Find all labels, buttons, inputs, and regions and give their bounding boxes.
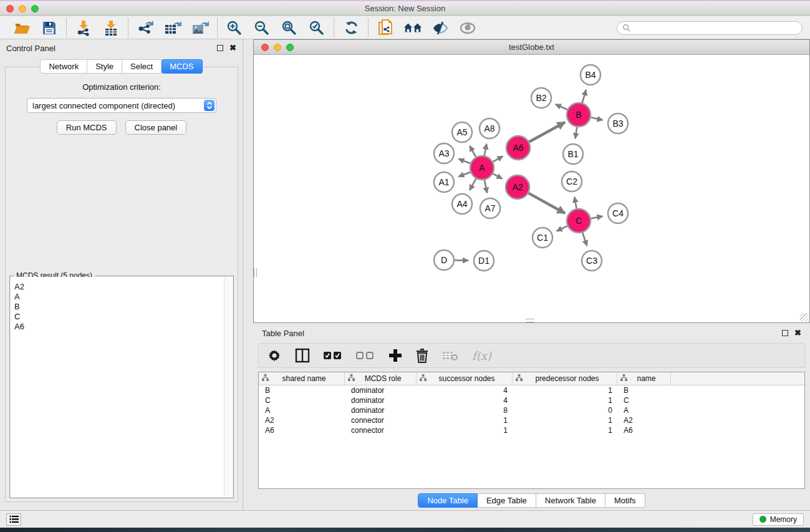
node-label: B2 — [536, 93, 546, 103]
mcds-result-list[interactable]: A2ABCA6 — [11, 277, 224, 497]
vertical-divider-grip[interactable] — [254, 268, 257, 277]
cell-successor_nodes: 4 — [417, 396, 513, 405]
edge-B-B4[interactable] — [582, 90, 586, 103]
tab-style[interactable]: Style — [87, 59, 122, 74]
column-edit-icon — [348, 374, 355, 383]
node-label: A8 — [484, 123, 494, 133]
table-row[interactable]: Cdominator41C — [259, 395, 804, 405]
table-row[interactable]: A2connector11A2 — [259, 415, 804, 425]
node-table[interactable]: shared nameMCDS rolesuccessor nodesprede… — [258, 372, 805, 489]
resize-grip-icon[interactable] — [800, 313, 809, 322]
task-history-button[interactable] — [6, 513, 21, 526]
search-field[interactable] — [617, 21, 803, 35]
home-icon[interactable] — [403, 19, 422, 37]
result-item[interactable]: A6 — [14, 322, 224, 332]
tab-motifs[interactable]: Motifs — [605, 493, 645, 508]
close-panel-button[interactable]: Close panel — [125, 120, 187, 135]
zoom-out-icon[interactable] — [253, 19, 271, 37]
delete-table-icon[interactable] — [442, 346, 458, 365]
close-table-panel-icon[interactable]: ✖ — [794, 330, 801, 336]
save-session-icon[interactable] — [40, 19, 59, 37]
cell-name: A6 — [617, 426, 671, 435]
column-header[interactable]: successor nodes — [417, 372, 513, 385]
function-builder-icon[interactable]: f(x) — [472, 346, 491, 365]
export-image-icon[interactable] — [191, 19, 210, 37]
float-panel-icon[interactable] — [217, 45, 223, 51]
delete-column-icon[interactable] — [416, 346, 428, 365]
edge-A-A3[interactable] — [458, 159, 470, 163]
edge-A-A5[interactable] — [470, 146, 476, 157]
horizontal-divider-grip[interactable] — [526, 319, 534, 322]
edge-A-A6[interactable] — [493, 157, 503, 162]
control-panel-title: Control Panel — [6, 44, 55, 53]
column-edit-icon — [262, 374, 269, 383]
edge-C-C4[interactable] — [591, 216, 603, 219]
edge-A-A8[interactable] — [485, 144, 487, 156]
edge-C-C3[interactable] — [582, 233, 587, 246]
zoom-selected-icon[interactable] — [307, 19, 326, 37]
column-header[interactable]: MCDS role — [345, 372, 417, 385]
node-label: A1 — [438, 177, 449, 187]
tab-node-table[interactable]: Node Table — [418, 493, 478, 508]
tab-mcds[interactable]: MCDS — [162, 59, 202, 74]
memory-label: Memory — [770, 515, 797, 524]
run-mcds-button[interactable]: Run MCDS — [57, 120, 117, 135]
deselect-all-columns-icon[interactable] — [356, 346, 375, 365]
search-input[interactable] — [630, 24, 797, 32]
import-table-icon[interactable] — [102, 19, 120, 37]
edge-A-A4[interactable] — [470, 179, 476, 191]
cell-successor_nodes: 1 — [417, 416, 513, 425]
edge-B-B1[interactable] — [576, 127, 577, 138]
float-table-panel-icon[interactable] — [782, 330, 788, 336]
cell-shared_name: C — [259, 396, 345, 405]
node-label: D1 — [478, 256, 489, 266]
edge-A-A2[interactable] — [493, 174, 503, 179]
hide-selected-icon[interactable] — [431, 19, 450, 37]
column-selector-icon[interactable] — [295, 346, 310, 365]
add-column-icon[interactable] — [388, 346, 402, 365]
edge-C-C1[interactable] — [557, 226, 567, 231]
tab-edge-table[interactable]: Edge Table — [478, 493, 536, 508]
tab-select[interactable]: Select — [122, 59, 162, 74]
result-scrollbar[interactable] — [224, 277, 233, 497]
show-all-icon[interactable] — [458, 19, 477, 37]
network-canvas[interactable]: AA1A2A3A4A5A6A7A8BB1B2B3B4CC1C2C3C4DD1 — [254, 55, 809, 322]
tab-network[interactable]: Network — [40, 59, 87, 74]
close-panel-icon[interactable]: ✖ — [229, 45, 236, 51]
edge-B-B3[interactable] — [591, 117, 603, 120]
edge-A-A1[interactable] — [458, 172, 470, 177]
export-network-icon[interactable] — [136, 19, 155, 37]
result-item[interactable]: B — [14, 302, 224, 312]
table-row[interactable]: Bdominator41B — [259, 385, 804, 395]
table-row[interactable]: A6connector11A6 — [259, 425, 804, 435]
node-label: A6 — [513, 143, 523, 153]
open-session-icon[interactable] — [12, 19, 31, 37]
select-all-columns-icon[interactable] — [324, 346, 342, 365]
network-graph[interactable]: AA1A2A3A4A5A6A7A8BB1B2B3B4CC1C2C3C4DD1 — [254, 55, 809, 322]
new-network-from-selection-icon[interactable] — [376, 19, 395, 37]
column-header[interactable]: name — [617, 372, 671, 385]
edge-A-A7[interactable] — [485, 180, 487, 193]
zoom-fit-icon[interactable] — [280, 19, 299, 37]
memory-button[interactable]: Memory — [753, 513, 804, 526]
edge-A2-C[interactable] — [529, 193, 566, 213]
settings-gear-icon[interactable] — [268, 346, 281, 365]
tab-network-table[interactable]: Network Table — [536, 493, 605, 508]
export-table-icon[interactable] — [163, 19, 182, 37]
result-item[interactable]: C — [14, 312, 224, 322]
optimization-criterion-select[interactable]: largest connected component (directed) — [27, 98, 216, 113]
edge-A6-B[interactable] — [529, 122, 566, 142]
result-item[interactable]: A2 — [14, 282, 224, 292]
import-network-icon[interactable] — [74, 19, 93, 37]
edge-B-B2[interactable] — [556, 104, 567, 110]
refresh-icon[interactable] — [342, 19, 360, 37]
mcds-result-group: MCDS result (5 nodes) A2ABCA6 — [9, 276, 234, 498]
edge-C-C2[interactable] — [574, 197, 576, 209]
network-view-window: testGlobe.txt AA1A2A3A4A5A6A7A8BB1B2B3B4… — [253, 39, 810, 323]
node-label: B — [576, 110, 581, 120]
column-header[interactable]: predecessor nodes — [513, 372, 617, 385]
zoom-in-icon[interactable] — [225, 19, 244, 37]
result-item[interactable]: A — [14, 292, 224, 302]
column-header[interactable]: shared name — [259, 372, 345, 385]
table-row[interactable]: Adominator80A — [259, 405, 804, 415]
